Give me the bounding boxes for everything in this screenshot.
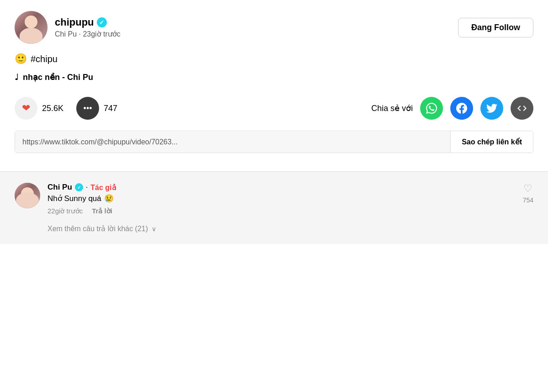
profile-row: chipupu ✓ Chi Pu · 23giờ trước Đang Foll… (15, 11, 533, 44)
comment-body: Chi Pu ✓ · Tác giả Nhớ Sunny quá 😢 22giờ… (47, 183, 516, 215)
actions-row: ❤ 25.6K ••• 747 Chia sẻ với (15, 97, 533, 120)
chevron-down-icon: ∨ (152, 225, 156, 233)
reply-button[interactable]: Trả lời (92, 207, 112, 215)
heart-circle: ❤ (15, 97, 37, 120)
time-ago: 23giờ trước (83, 30, 120, 38)
display-name-time: Chi Pu · 23giờ trước (55, 30, 121, 38)
comment-action[interactable]: ••• 747 (76, 97, 117, 120)
top-section: chipupu ✓ Chi Pu · 23giờ trước Đang Foll… (0, 0, 548, 162)
music-text[interactable]: nhạc nền - Chi Pu (23, 72, 93, 82)
sad-emoji: 😢 (104, 194, 114, 203)
comment-circle: ••• (76, 97, 99, 120)
comment-count: 747 (104, 104, 117, 113)
avatar[interactable] (15, 11, 47, 44)
profile-left: chipupu ✓ Chi Pu · 23giờ trước (15, 11, 121, 44)
username: chipupu (55, 16, 94, 28)
heart-icon: ❤ (22, 102, 30, 114)
embed-share-button[interactable] (511, 97, 533, 120)
author-badge: Tác giả (90, 183, 116, 192)
link-url: https://www.tiktok.com/@chipupu/video/70… (15, 132, 450, 153)
commenter-avatar[interactable] (15, 183, 40, 208)
comment-like[interactable]: ♡ 754 (523, 183, 533, 204)
profile-info: chipupu ✓ Chi Pu · 23giờ trước (55, 16, 121, 38)
comment-like-count: 754 (523, 196, 533, 204)
share-section: Chia sẻ với (371, 97, 533, 120)
facebook-share-button[interactable] (450, 97, 473, 120)
like-count: 25.6K (42, 104, 63, 113)
username-row: chipupu ✓ (55, 16, 121, 28)
whatsapp-share-button[interactable] (420, 97, 443, 120)
comment-dot: · (86, 183, 88, 191)
comment-content: Nhớ Sunny quá (47, 194, 101, 203)
comment-icon: ••• (84, 104, 92, 113)
follow-button[interactable]: Đang Follow (458, 18, 533, 37)
comments-section: Chi Pu ✓ · Tác giả Nhớ Sunny quá 😢 22giờ… (0, 172, 548, 244)
share-label: Chia sẻ với (371, 103, 413, 113)
twitter-share-button[interactable] (480, 97, 503, 120)
verified-icon: ✓ (97, 17, 107, 27)
commenter-verified-icon: ✓ (75, 183, 83, 191)
music-line: ♩ nhạc nền - Chi Pu (15, 72, 533, 82)
view-more-button[interactable]: Xem thêm câu trả lời khác (21) ∨ (47, 224, 156, 233)
comment-name-row: Chi Pu ✓ · Tác giả (47, 183, 516, 192)
comment-heart-icon[interactable]: ♡ (523, 183, 532, 195)
comment-meta: 22giờ trước Trả lời (47, 207, 516, 215)
view-more-label: Xem thêm câu trả lời khác (21) (47, 224, 148, 233)
view-more-row: Xem thêm câu trả lời khác (21) ∨ (15, 224, 533, 233)
comment-time: 22giờ trước (47, 207, 83, 215)
commenter-username: Chi Pu (47, 183, 72, 192)
music-note-icon: ♩ (15, 72, 18, 82)
link-row: https://www.tiktok.com/@chipupu/video/70… (15, 131, 533, 153)
display-name: Chi Pu (55, 30, 77, 38)
hashtag-text[interactable]: #chipu (31, 54, 58, 64)
smiley-emoji: 🙂 (15, 53, 27, 65)
comment-text: Nhớ Sunny quá 😢 (47, 194, 516, 203)
like-action[interactable]: ❤ 25.6K (15, 97, 63, 120)
copy-link-button[interactable]: Sao chép liên kết (450, 131, 533, 153)
comment-row: Chi Pu ✓ · Tác giả Nhớ Sunny quá 😢 22giờ… (15, 183, 533, 215)
hashtag-line: 🙂 #chipu (15, 53, 533, 65)
